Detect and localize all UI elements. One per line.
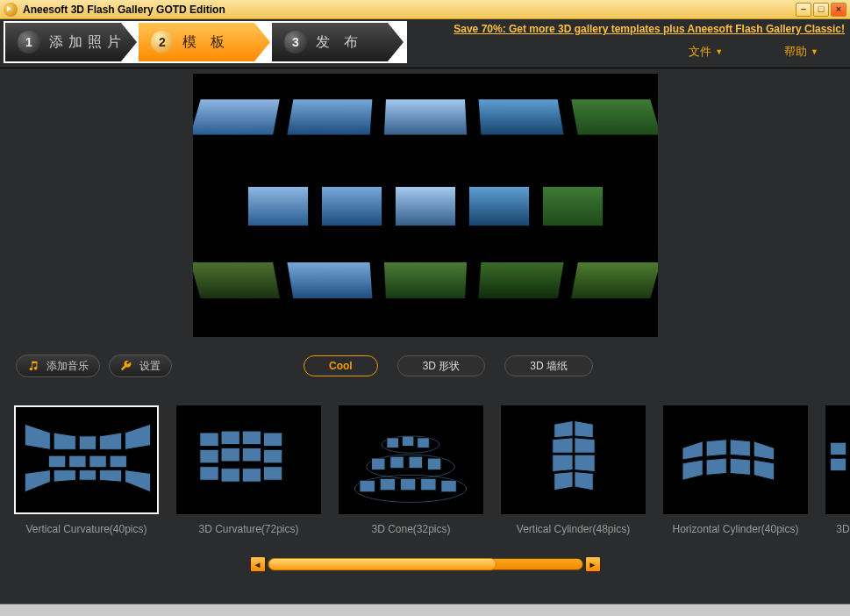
svg-rect-64: [831, 442, 846, 455]
scroll-thumb[interactable]: [268, 558, 496, 570]
preview-area: [0, 68, 850, 346]
svg-rect-21: [200, 449, 218, 462]
svg-marker-13: [79, 470, 96, 481]
svg-marker-12: [54, 470, 75, 483]
svg-marker-53: [575, 472, 593, 491]
template-item[interactable]: 3D Cone(32pics): [339, 405, 483, 535]
template-caption: Vertical Curvature(40pics): [14, 523, 159, 535]
template-item[interactable]: 3D: [825, 405, 850, 535]
template-caption: 3D Curvature(72pics): [176, 523, 321, 535]
svg-rect-17: [200, 433, 218, 446]
template-thumbnail: [663, 405, 808, 514]
svg-rect-1: [17, 407, 157, 512]
svg-rect-40: [360, 480, 375, 492]
step-templates[interactable]: 2 模 板: [139, 23, 270, 61]
wrench-icon: [120, 360, 132, 372]
top-bar: 1 添加照片 2 模 板 3 发 布 Save 70%: Get more 3D…: [0, 19, 850, 68]
step-label: 发 布: [316, 33, 363, 52]
step-label: 模 板: [182, 33, 230, 52]
tab-3d-shape[interactable]: 3D 形状: [397, 355, 486, 376]
template-caption: Horizontal Cylinder(40pics): [663, 523, 808, 535]
menu-help[interactable]: 帮助 ▼: [784, 44, 818, 60]
svg-rect-19: [242, 431, 261, 444]
svg-rect-9: [89, 455, 106, 468]
svg-marker-57: [730, 440, 750, 456]
svg-rect-28: [263, 467, 282, 480]
template-item[interactable]: Vertical Curvature(40pics): [14, 405, 159, 535]
svg-rect-20: [263, 433, 282, 446]
controls-row: + 添加音乐 设置 Cool 3D 形状 3D 墙纸: [0, 346, 850, 386]
template-list: Vertical Curvature(40pics) 3D Curvature(…: [0, 386, 850, 541]
svg-marker-56: [706, 440, 726, 456]
app-title: Aneesoft 3D Flash Gallery GOTD Edition: [23, 4, 225, 16]
template-caption: 3D: [825, 523, 850, 535]
step-number: 1: [18, 31, 40, 54]
svg-text:+: +: [35, 360, 39, 365]
chevron-down-icon: ▼: [811, 47, 818, 56]
template-category-tabs: Cool 3D 形状 3D 墙纸: [304, 355, 593, 376]
chevron-down-icon: ▼: [715, 47, 723, 56]
tab-label: 3D 形状: [423, 359, 461, 374]
template-caption: 3D Cone(32pics): [339, 523, 483, 535]
svg-marker-47: [575, 420, 593, 437]
svg-marker-50: [553, 455, 573, 471]
svg-rect-33: [418, 438, 430, 448]
template-item[interactable]: 3D Curvature(72pics): [176, 405, 321, 535]
settings-label: 设置: [139, 359, 161, 374]
template-thumbnail: [825, 405, 850, 514]
app-logo-icon: [4, 3, 18, 17]
settings-button[interactable]: 设置: [109, 355, 172, 377]
svg-rect-36: [390, 456, 404, 469]
scroll-left-button[interactable]: ◄: [250, 556, 266, 572]
step-label: 添加照片: [49, 33, 126, 52]
svg-marker-5: [100, 433, 122, 449]
svg-marker-3: [54, 433, 75, 449]
svg-rect-26: [221, 469, 239, 482]
template-caption: Vertical Cylinder(48pics): [501, 523, 646, 535]
template-thumbnail: [501, 405, 646, 514]
scroll-right-button[interactable]: ►: [585, 556, 601, 572]
gallery-preview[interactable]: [193, 74, 658, 337]
template-thumbnail: [14, 405, 159, 514]
template-thumbnail: [176, 405, 321, 514]
step-nav: 1 添加照片 2 模 板 3 发 布: [4, 21, 407, 63]
svg-marker-51: [575, 455, 595, 471]
svg-marker-60: [706, 458, 726, 475]
svg-marker-61: [730, 458, 750, 475]
menu-file[interactable]: 文件 ▼: [689, 44, 723, 60]
svg-marker-46: [554, 420, 573, 437]
svg-rect-7: [48, 455, 65, 468]
svg-rect-18: [221, 431, 239, 444]
step-publish[interactable]: 3 发 布: [272, 23, 404, 61]
template-item[interactable]: Vertical Cylinder(48pics): [501, 405, 646, 535]
tab-3d-wallpaper[interactable]: 3D 墙纸: [504, 355, 593, 376]
svg-rect-31: [387, 438, 399, 448]
template-thumbnail: [339, 405, 483, 514]
maximize-button[interactable]: □: [813, 3, 829, 17]
minimize-button[interactable]: –: [796, 3, 811, 17]
svg-rect-22: [221, 448, 239, 461]
svg-marker-52: [554, 472, 573, 491]
svg-rect-23: [242, 448, 261, 461]
promo-link[interactable]: Save 70%: Get more 3D gallery templates …: [407, 23, 845, 35]
top-right: Save 70%: Get more 3D gallery templates …: [407, 19, 850, 60]
template-scrollbar: ◄ ►: [250, 556, 601, 572]
svg-rect-38: [427, 458, 440, 470]
svg-rect-43: [421, 478, 436, 491]
svg-rect-32: [402, 436, 414, 447]
step-number: 3: [284, 31, 307, 54]
close-button[interactable]: ×: [831, 3, 846, 17]
step-add-photos[interactable]: 1 添加照片: [5, 23, 137, 61]
title-bar: Aneesoft 3D Flash Gallery GOTD Edition –…: [0, 0, 850, 19]
add-music-button[interactable]: + 添加音乐: [16, 355, 100, 377]
svg-rect-37: [409, 456, 422, 469]
svg-rect-24: [263, 449, 282, 462]
svg-rect-35: [372, 458, 385, 470]
svg-rect-42: [400, 478, 415, 491]
tab-cool[interactable]: Cool: [304, 355, 378, 376]
svg-rect-8: [69, 455, 86, 468]
svg-marker-4: [79, 436, 96, 449]
svg-rect-41: [380, 478, 395, 491]
scroll-track[interactable]: [268, 558, 583, 570]
template-item[interactable]: Horizontal Cylinder(40pics): [663, 405, 808, 535]
